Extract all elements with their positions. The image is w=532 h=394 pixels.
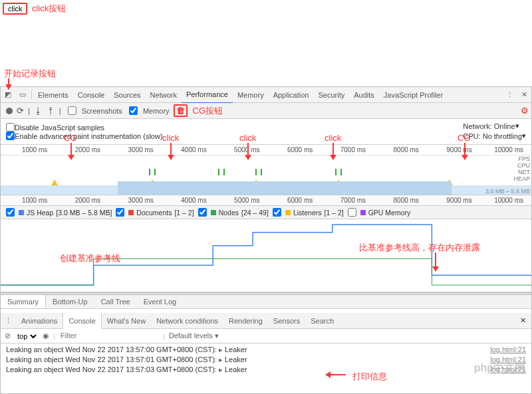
arrow-icon bbox=[247, 143, 249, 159]
anno-cg-button: CG按钮 bbox=[193, 105, 223, 117]
gc-button[interactable]: 🗑 bbox=[174, 104, 188, 117]
tab-memory[interactable]: Memory bbox=[233, 87, 269, 103]
upload-icon[interactable]: ⭱ bbox=[47, 106, 55, 116]
tab-security[interactable]: Security bbox=[313, 87, 349, 103]
console-object[interactable]: Leaker bbox=[219, 355, 247, 363]
main-tabs: ◩ ▭ Elements Console Sources Network Per… bbox=[1, 87, 531, 103]
clear-console-icon[interactable]: ⊘ bbox=[5, 332, 11, 340]
timeline-ruler-sub[interactable]: 1000 ms 2000 ms 3000 ms 4000 ms 5000 ms … bbox=[1, 195, 531, 206]
tab-elements[interactable]: Elements bbox=[33, 87, 73, 103]
tick: 3000 ms bbox=[128, 146, 154, 153]
context-select[interactable]: top bbox=[15, 332, 39, 341]
nodes-label: Nodes bbox=[219, 209, 239, 217]
overview-labels: FPSCPUNETHEAP bbox=[513, 155, 530, 182]
tick: 9000 ms bbox=[446, 197, 471, 204]
anno-click-label: click按钮 bbox=[32, 3, 66, 15]
tab-eventlog[interactable]: Event Log bbox=[137, 295, 184, 308]
drawer-sensors[interactable]: Sensors bbox=[268, 313, 305, 329]
drawer-tabs: ⋮ Animations Console What's New Network … bbox=[1, 313, 531, 329]
listeners-label: Listeners bbox=[293, 209, 322, 217]
tab-network[interactable]: Network bbox=[146, 87, 182, 103]
drawer-search[interactable]: Search bbox=[305, 313, 339, 329]
tick: 2000 ms bbox=[75, 197, 100, 204]
memory-chart[interactable] bbox=[1, 219, 531, 292]
arrow-icon bbox=[435, 252, 436, 271]
overview-panel[interactable]: FPSCPUNETHEAP 3.0 MB – 5.8 MB bbox=[1, 155, 531, 195]
drawer-rendering[interactable]: Rendering bbox=[223, 313, 268, 329]
drawer-netcond[interactable]: Network conditions bbox=[151, 313, 223, 329]
memory-label: Memory bbox=[143, 107, 170, 115]
tab-summary[interactable]: Summary bbox=[1, 295, 46, 308]
cpu-label: CPU: bbox=[463, 132, 480, 140]
tab-bottomup[interactable]: Bottom-Up bbox=[46, 295, 94, 308]
disable-js-samples-label: Disable JavaScript samples bbox=[15, 124, 104, 132]
jsheap-line bbox=[1, 225, 531, 285]
capture-options: Disable JavaScript samples Enable advanc… bbox=[1, 119, 531, 145]
network-select[interactable]: Online bbox=[494, 122, 515, 130]
tab-performance[interactable]: Performance bbox=[182, 86, 233, 104]
tick: 4000 ms bbox=[181, 197, 206, 204]
gpu-checkbox[interactable] bbox=[348, 208, 356, 217]
tick: 1000 ms bbox=[22, 146, 47, 153]
close-icon[interactable]: ✕ bbox=[517, 90, 531, 99]
record-button[interactable] bbox=[6, 108, 13, 114]
jsheap-range: [3.0 MB – 5.8 MB] bbox=[56, 209, 112, 217]
nodes-checkbox[interactable] bbox=[198, 208, 207, 217]
tick: 2000 ms bbox=[75, 146, 100, 153]
arrow-icon bbox=[70, 143, 72, 159]
reload-icon[interactable]: ⟳ bbox=[17, 106, 24, 116]
jsheap-label: JS Heap bbox=[27, 209, 53, 217]
tab-audits[interactable]: Audits bbox=[349, 87, 379, 103]
tab-application[interactable]: Application bbox=[269, 87, 314, 103]
tick: 8000 ms bbox=[394, 197, 419, 204]
console-row: Leaking an object Wed Nov 22 2017 13:57:… bbox=[1, 355, 531, 365]
tab-calltree[interactable]: Call Tree bbox=[94, 295, 137, 308]
network-label: Network: bbox=[463, 122, 491, 130]
nodes-range: [24 – 49] bbox=[241, 209, 269, 217]
tab-jsprofiler[interactable]: JavaScript Profiler bbox=[379, 87, 448, 103]
tick: 3000 ms bbox=[128, 197, 154, 204]
console-object[interactable]: Leaker bbox=[219, 365, 247, 373]
device-icon[interactable]: ▭ bbox=[15, 90, 30, 99]
download-icon[interactable]: ⭳ bbox=[34, 106, 43, 116]
console-source-link[interactable]: log.html:21 bbox=[490, 345, 526, 354]
documents-range: [1 – 2] bbox=[174, 209, 194, 217]
timeline-ruler[interactable]: 1000 ms 2000 ms 3000 ms 4000 ms 5000 ms … bbox=[1, 145, 531, 155]
tick: 10000 ms bbox=[494, 146, 523, 153]
tick: 9000 ms bbox=[446, 146, 471, 153]
eye-icon[interactable]: ◉ bbox=[43, 332, 49, 340]
console-object[interactable]: Leaker bbox=[219, 345, 247, 353]
console-output[interactable]: Leaking an object Wed Nov 22 2017 13:57:… bbox=[1, 344, 531, 393]
drawer-more-icon[interactable]: ⋮ bbox=[1, 316, 16, 325]
screenshots-checkbox[interactable] bbox=[68, 106, 76, 115]
tick: 5000 ms bbox=[234, 197, 259, 204]
watermark: php中文网 bbox=[474, 361, 525, 375]
drawer-animations[interactable]: Animations bbox=[16, 313, 63, 329]
tab-sources[interactable]: Sources bbox=[109, 87, 145, 103]
arrow-icon bbox=[326, 374, 346, 375]
listeners-checkbox[interactable] bbox=[273, 208, 281, 217]
arrow-icon bbox=[464, 143, 466, 159]
tab-console[interactable]: Console bbox=[73, 87, 109, 103]
memory-checkbox[interactable] bbox=[129, 106, 138, 115]
tick: 6000 ms bbox=[287, 197, 313, 204]
levels-select[interactable]: Default levels ▾ bbox=[169, 332, 219, 340]
gear-icon[interactable]: ⚙ bbox=[521, 106, 529, 116]
drawer-console[interactable]: Console bbox=[63, 313, 101, 329]
documents-checkbox[interactable] bbox=[116, 208, 124, 217]
listeners-swatch bbox=[285, 210, 291, 215]
click-button[interactable]: click bbox=[3, 3, 27, 15]
disable-js-samples-checkbox[interactable] bbox=[6, 123, 15, 132]
summary-tabs: Summary Bottom-Up Call Tree Event Log bbox=[1, 295, 531, 309]
documents-label: Documents bbox=[136, 209, 172, 217]
gpu-swatch bbox=[360, 210, 366, 215]
cpu-select[interactable]: No throttling bbox=[483, 132, 522, 140]
perf-toolbar: ⟳ | ⭳ ⭱ | Screenshots Memory 🗑 CG按钮 ⚙ bbox=[1, 103, 531, 119]
more-icon[interactable]: ⋮ bbox=[502, 90, 517, 99]
drawer-close-icon[interactable]: ✕ bbox=[515, 316, 531, 325]
tick: 4000 ms bbox=[181, 146, 206, 153]
jsheap-checkbox[interactable] bbox=[6, 208, 15, 217]
filter-input[interactable] bbox=[59, 330, 159, 342]
drawer-whatsnew[interactable]: What's New bbox=[102, 313, 151, 329]
enable-paint-checkbox[interactable] bbox=[6, 132, 15, 140]
